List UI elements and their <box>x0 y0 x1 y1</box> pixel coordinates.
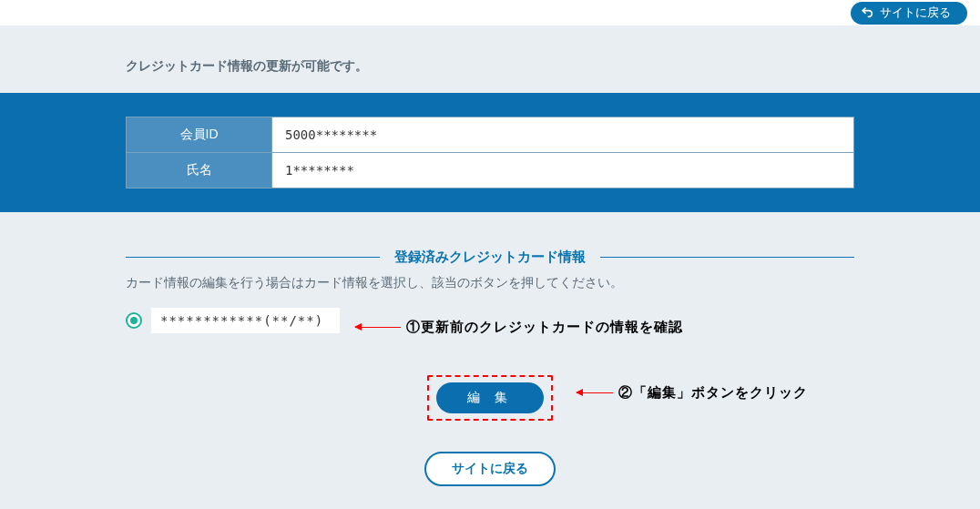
member-info-band: 会員ID 5000******** 氏名 1******** <box>0 93 980 212</box>
annotation-two: ②「編集」ボタンをクリック <box>577 384 808 402</box>
member-id-label: 会員ID <box>127 117 272 153</box>
page-subtitle: クレジットカード情報の更新が可能です。 <box>0 25 980 93</box>
annotation-one: ①更新前のクレジットカードの情報を確認 <box>355 319 683 336</box>
registered-card-section-title-text: 登録済みクレジットカード情報 <box>380 249 600 266</box>
radio-dot-icon <box>130 317 138 324</box>
member-name-value: 1******** <box>272 153 854 188</box>
registered-card-section-desc: カード情報の編集を行う場合はカード情報を選択し、該当のボタンを押してください。 <box>126 275 854 291</box>
return-arrow-icon <box>860 5 874 22</box>
registered-card-section-title: 登録済みクレジットカード情報 <box>126 249 854 266</box>
arrow-icon <box>577 392 613 393</box>
annotation-one-text: ①更新前のクレジットカードの情報を確認 <box>406 319 683 336</box>
back-to-site-top-button[interactable]: サイトに戻る <box>851 2 967 25</box>
member-id-value: 5000******** <box>272 117 854 153</box>
arrow-icon <box>355 327 401 328</box>
card-select-radio[interactable] <box>126 312 142 329</box>
annotation-two-text: ②「編集」ボタンをクリック <box>618 384 808 402</box>
member-name-label: 氏名 <box>127 153 272 188</box>
back-to-site-bottom-button[interactable]: サイトに戻る <box>424 452 556 486</box>
member-info-table: 会員ID 5000******** 氏名 1******** <box>126 117 854 188</box>
edit-button[interactable]: 編 集 <box>436 382 544 413</box>
masked-card-display: ************(**/**) <box>151 308 340 333</box>
back-to-site-top-label: サイトに戻る <box>880 5 951 21</box>
edit-button-highlight: 編 集 <box>427 375 553 421</box>
